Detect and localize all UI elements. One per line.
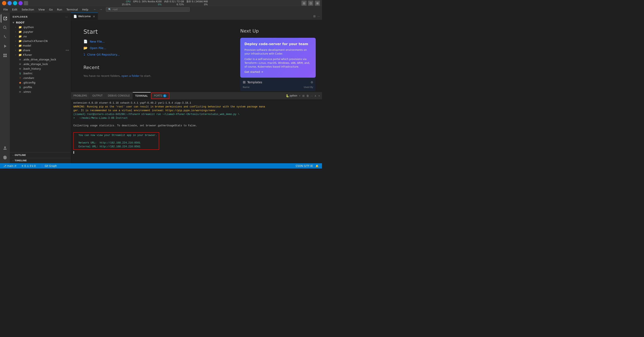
menu-go[interactable]: Go [48, 7, 54, 12]
split-terminal-button[interactable]: ⊞ [302, 94, 305, 98]
open-file-item[interactable]: 📂 Open File... [84, 46, 222, 50]
term-line-6 [73, 120, 320, 124]
more-terminal-button[interactable]: ··· [310, 94, 314, 98]
tree-item-xtuner[interactable]: › 📁 XTuner [10, 53, 71, 57]
svg-point-0 [3, 2, 5, 4]
terminal-content[interactable]: extension-4.0.10 xtuner-0.1.18 xxhash-3.… [71, 100, 322, 163]
tree-item-vimrc[interactable]: ≡ .vimrc [10, 89, 71, 94]
layout-button[interactable]: ⊡ [308, 1, 313, 6]
open-folder-link[interactable]: open a folder [122, 74, 140, 77]
content-area: Start 📄 New File... 📂 Open File... ⤵ Clo… [71, 20, 322, 92]
split-editor-button[interactable]: ⊞ [313, 14, 316, 18]
activity-explorer[interactable] [1, 14, 9, 23]
tree-item-aide-storage[interactable]: ≡ .aide_storage_lock [10, 62, 71, 66]
folder-arrow: › [15, 49, 18, 51]
tree-item-aide-drive[interactable]: ≡ .aide_drive_storage_lock [10, 57, 71, 62]
menu-help[interactable]: Help [80, 7, 90, 12]
bell-item[interactable]: 🔔 [314, 163, 320, 169]
errors-count: 0 [24, 165, 26, 167]
chevron-up-button[interactable]: ∧ [314, 94, 317, 98]
trash-terminal-button[interactable]: 🗑 [306, 94, 310, 98]
branch-item[interactable]: ⎇ main ↺ [2, 163, 18, 169]
tree-item-share[interactable]: › 📁 share ⟺ [10, 48, 71, 53]
file-icon: ! [18, 76, 22, 80]
titlebar-window-controls[interactable]: ⊟ ⊡ ⊞ [302, 1, 320, 6]
tree-item-model[interactable]: › 📁 model [10, 43, 71, 48]
activity-settings[interactable] [1, 153, 9, 162]
new-file-item[interactable]: 📄 New File... [84, 40, 222, 44]
tab-ports[interactable]: PORTS 1 [151, 93, 170, 99]
sidebar-more-button[interactable]: ··· [65, 15, 68, 19]
menu-file[interactable]: File [2, 7, 10, 12]
menu-edit[interactable]: Edit [10, 7, 19, 12]
split-button[interactable]: ⊞ [315, 1, 320, 6]
timeline-header[interactable]: › TIMELINE [10, 158, 71, 163]
bell-icon: 🔔 [316, 165, 319, 167]
main-layout: EXPLORER ··· ▼ ROOT › 📁 .ipython › 📁 .ju… [0, 13, 322, 163]
clone-git-item[interactable]: ⤵ Clone Git Repository... [84, 53, 222, 57]
folder-arrow: › [15, 26, 18, 28]
term-line-11: Network URL: http://192.168.224.216:8501 [76, 141, 157, 145]
editor-area: 📄 Welcome × ⊞ ··· Start 📄 N [71, 13, 322, 92]
python-label: python [290, 94, 297, 97]
menu-terminal[interactable]: Terminal [65, 7, 80, 12]
file-icon: ≡ [18, 58, 22, 61]
welcome-start: Start 📄 New File... 📂 Open File... ⤵ Clo… [84, 28, 222, 57]
search-text: root [112, 8, 118, 11]
item-label: model [23, 44, 31, 47]
tab-welcome[interactable]: 📄 Welcome × [71, 13, 98, 20]
tree-item-jupyter[interactable]: › 📁 .jupyter [10, 29, 71, 34]
menu-selection[interactable]: Selection [20, 7, 36, 12]
new-terminal-button[interactable]: + [298, 94, 301, 98]
tab-debug-console[interactable]: DEBUG CONSOLE [105, 92, 132, 99]
back-button[interactable]: ← [92, 7, 98, 12]
error-icon: ✕ [22, 165, 24, 167]
sidebar-toggle-button[interactable]: ⊟ [302, 1, 306, 6]
item-label: .aide_drive_storage_lock [23, 58, 56, 61]
templates-header: ⊞ Templates ⚙ [243, 80, 313, 84]
tab-terminal[interactable]: TERMINAL [133, 92, 151, 99]
titlebar-icon-2 [8, 1, 12, 5]
titlebar-icon-1 [2, 1, 6, 5]
coder-get-started-link[interactable]: Get started → [244, 70, 312, 74]
tree-item-nv[interactable]: › 📁 .nv [10, 34, 71, 39]
templates-title: Templates [247, 81, 262, 84]
activity-account[interactable] [1, 144, 9, 152]
activity-git[interactable] [1, 33, 9, 41]
more-tabs-button[interactable]: ··· [317, 14, 320, 18]
encoding-label: CSON (UTF-8) [296, 165, 313, 167]
tab-welcome-close[interactable]: × [93, 15, 95, 18]
python-selector[interactable]: 🐍 python [285, 94, 298, 98]
item-label: .ipython [23, 26, 34, 29]
coder-card-p1: Provision software development environme… [244, 48, 312, 56]
activity-search[interactable] [1, 24, 9, 32]
menu-run[interactable]: Run [55, 7, 64, 12]
tree-item-condarc[interactable]: ! .condarc [10, 76, 71, 80]
persons-item[interactable]: 👤 Git Graph [40, 163, 58, 169]
file-icon: ≡ [18, 90, 22, 93]
errors-item[interactable]: ✕ 0 ⚠ 0 ℹ 0 [20, 163, 37, 169]
tree-item-bash-history[interactable]: ≡ .bash_history [10, 66, 71, 71]
search-bar[interactable]: 🔍 root [106, 7, 190, 12]
tree-root[interactable]: ▼ ROOT [10, 20, 71, 25]
tree-item-bashrc[interactable]: $ .bashrc [10, 71, 71, 76]
tree-item-ipython[interactable]: › 📁 .ipython [10, 25, 71, 29]
info-count: 0 [34, 165, 36, 167]
activity-extensions[interactable] [1, 51, 9, 60]
item-label: share [23, 49, 30, 52]
tree-item-profile[interactable]: $ .profile [10, 85, 71, 89]
forward-button[interactable]: → [98, 7, 103, 12]
tab-problems[interactable]: PROBLEMS [71, 92, 90, 99]
tree-item-llama3[interactable]: › 📁 Llama3-XTuner-CN [10, 39, 71, 43]
menu-view[interactable]: View [37, 7, 46, 12]
folder-icon: 📁 [18, 26, 22, 29]
titlebar-icon-3 [13, 1, 17, 5]
item-label: Llama3-XTuner-CN [23, 40, 48, 43]
encoding-item[interactable]: CSON (UTF-8) [294, 163, 314, 169]
close-terminal-button[interactable]: × [318, 94, 320, 98]
templates-settings-icon: ⚙ [310, 81, 313, 84]
tab-output[interactable]: OUTPUT [90, 92, 106, 99]
activity-run[interactable] [1, 42, 9, 50]
tree-item-gitconfig[interactable]: ◆ .gitconfig [10, 80, 71, 85]
outline-header[interactable]: › OUTLINE [10, 153, 71, 158]
